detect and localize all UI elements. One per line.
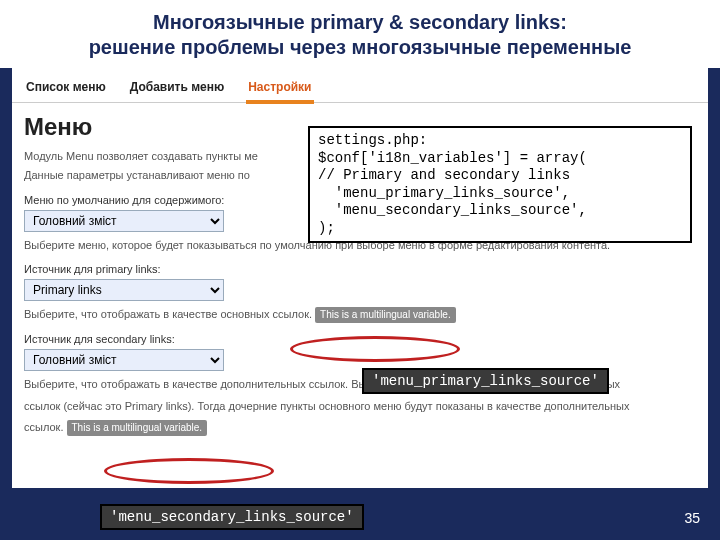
secondary-source-select[interactable]: Головний зміст [24,349,224,371]
tab-list[interactable]: Список меню [24,76,108,102]
secondary-helper-2: ссылок (сейчас это Primary links). Тогда… [12,395,708,416]
secondary-source-label: Источник для secondary links: [12,325,708,347]
code-label-secondary: 'menu_secondary_links_source' [100,504,364,530]
code-label-primary: 'menu_primary_links_source' [362,368,609,394]
secondary-helper-text3: ссылок. [24,421,63,433]
default-menu-select[interactable]: Головний зміст [24,210,224,232]
code-settings-php: settings.php: $conf['i18n_variables'] = … [308,126,692,243]
tab-settings[interactable]: Настройки [246,76,313,104]
title-line1: Многоязычные primary & secondary links: [153,11,567,33]
title-line2: решение проблемы через многоязычные пере… [89,36,632,58]
screenshot-panel: Список меню Добавить меню Настройки Меню… [12,68,708,488]
primary-helper-text: Выберите, что отображать в качестве осно… [24,308,312,320]
slide-number: 35 [684,510,700,526]
primary-source-select[interactable]: Primary links [24,279,224,301]
slide-title: Многоязычные primary & secondary links: … [0,0,720,68]
primary-multilingual-badge: This is a multilingual variable. [315,307,456,323]
slide-footer: 'menu_secondary_links_source' 35 [0,490,720,540]
secondary-helper-3: ссылок. This is a multilingual variable. [12,416,708,438]
tab-bar: Список меню Добавить меню Настройки [12,68,708,103]
secondary-multilingual-badge: This is a multilingual variable. [67,420,208,436]
primary-source-label: Источник для primary links: [12,255,708,277]
primary-source-helper: Выберите, что отображать в качестве осно… [12,303,708,325]
highlight-circle-secondary [104,458,274,484]
tab-add[interactable]: Добавить меню [128,76,227,102]
